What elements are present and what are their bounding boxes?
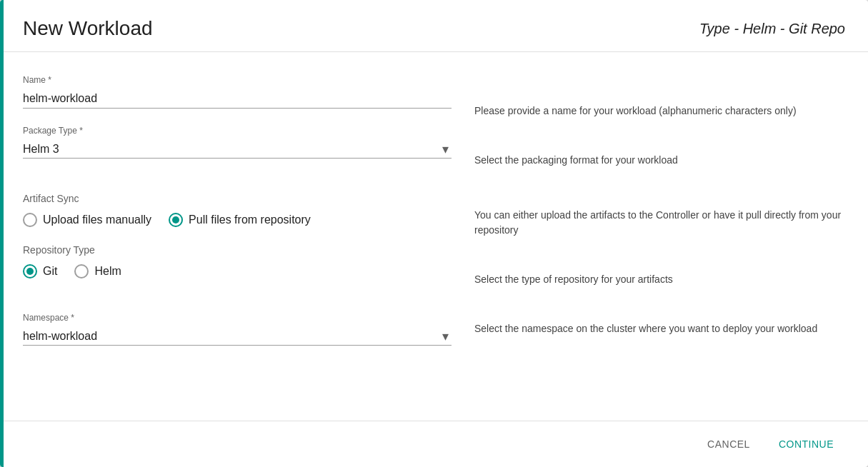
name-group: Name * bbox=[23, 75, 452, 109]
git-radio-dot bbox=[26, 268, 34, 275]
pull-repo-option[interactable]: Pull files from repository bbox=[169, 213, 311, 227]
repo-type-help-section: Select the type of repository for your a… bbox=[474, 272, 845, 287]
upload-manually-label: Upload files manually bbox=[43, 214, 151, 226]
repo-type-group: Repository Type Git Helm bbox=[23, 244, 452, 278]
dialog-subtitle: Type - Helm - Git Repo bbox=[699, 21, 845, 37]
namespace-label: Namespace * bbox=[23, 313, 452, 323]
package-type-group: Package Type * Helm 3 Helm 2 ▾ bbox=[23, 126, 452, 159]
namespace-help-section: Select the namespace on the cluster wher… bbox=[474, 321, 845, 336]
pull-repo-radio-dot bbox=[172, 216, 179, 224]
package-help-section: Select the packaging format for your wor… bbox=[474, 153, 845, 168]
upload-manually-option[interactable]: Upload files manually bbox=[23, 213, 151, 227]
helm-option[interactable]: Helm bbox=[74, 264, 121, 278]
continue-button[interactable]: CONTINUE bbox=[767, 433, 845, 456]
pull-repo-label: Pull files from repository bbox=[189, 214, 311, 226]
repo-type-label: Repository Type bbox=[23, 244, 452, 256]
package-type-select-wrapper: Helm 3 Helm 2 ▾ bbox=[23, 140, 452, 159]
repo-type-help-text: Select the type of repository for your a… bbox=[474, 273, 673, 285]
helm-label: Helm bbox=[94, 265, 121, 278]
pull-repo-radio[interactable] bbox=[169, 213, 183, 227]
teal-accent-bar bbox=[0, 0, 4, 467]
namespace-select[interactable]: helm-workload bbox=[23, 327, 452, 346]
artifact-sync-help-text: You can either upload the artifacts to t… bbox=[474, 209, 841, 236]
artifact-sync-help-section: You can either upload the artifacts to t… bbox=[474, 208, 845, 238]
new-workload-dialog: New Workload Type - Helm - Git Repo Name… bbox=[0, 0, 868, 467]
namespace-select-wrapper: helm-workload ▾ bbox=[23, 327, 452, 346]
cancel-button[interactable]: CANCEL bbox=[696, 433, 762, 456]
name-help-section: Please provide a name for your workload … bbox=[474, 104, 845, 119]
form-left-column: Name * Package Type * Helm 3 Helm 2 ▾ Ar… bbox=[23, 75, 452, 403]
package-type-label: Package Type * bbox=[23, 126, 452, 136]
upload-manually-radio[interactable] bbox=[23, 213, 37, 227]
git-radio[interactable] bbox=[23, 264, 37, 278]
dialog-footer: CANCEL CONTINUE bbox=[0, 421, 868, 467]
artifact-sync-label: Artifact Sync bbox=[23, 193, 452, 204]
git-option[interactable]: Git bbox=[23, 264, 57, 278]
dialog-header: New Workload Type - Helm - Git Repo bbox=[0, 0, 868, 52]
name-help-text: Please provide a name for your workload … bbox=[474, 105, 797, 116]
repo-type-radio-group: Git Helm bbox=[23, 264, 452, 278]
package-type-select[interactable]: Helm 3 Helm 2 bbox=[23, 140, 452, 159]
git-label: Git bbox=[43, 265, 57, 278]
namespace-group: Namespace * helm-workload ▾ bbox=[23, 313, 452, 346]
artifact-sync-radio-group: Upload files manually Pull files from re… bbox=[23, 213, 452, 227]
form-right-column: Please provide a name for your workload … bbox=[474, 75, 845, 403]
artifact-sync-group: Artifact Sync Upload files manually Pull… bbox=[23, 193, 452, 227]
package-help-text: Select the packaging format for your wor… bbox=[474, 154, 678, 166]
namespace-help-text: Select the namespace on the cluster wher… bbox=[474, 323, 817, 334]
dialog-body: Name * Package Type * Helm 3 Helm 2 ▾ Ar… bbox=[0, 52, 868, 421]
dialog-title: New Workload bbox=[23, 17, 153, 40]
name-input[interactable] bbox=[23, 89, 452, 109]
name-label: Name * bbox=[23, 75, 452, 85]
helm-radio[interactable] bbox=[74, 264, 89, 278]
